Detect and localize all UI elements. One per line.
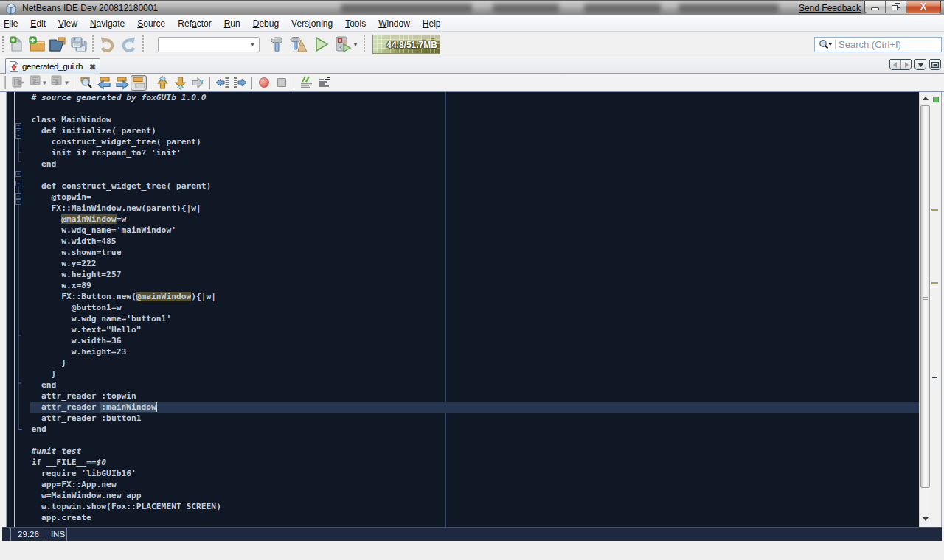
close-icon: X [920, 1, 926, 12]
save-all-button[interactable] [68, 33, 88, 55]
tab-generated-gui-rb[interactable]: generated_gui.rb ✖ [5, 58, 100, 74]
forward-button[interactable]: ▼ [49, 74, 71, 91]
insert-mode-status[interactable]: INS [49, 528, 67, 541]
menu-edit[interactable]: Edit [24, 15, 52, 31]
titlebar-smudge [584, 4, 661, 13]
run-button[interactable] [311, 33, 332, 55]
menu-navigate[interactable]: Navigate [83, 15, 131, 31]
menu-file[interactable]: File [0, 15, 24, 31]
error-stripe-occurrence-mark[interactable] [931, 209, 938, 211]
find-previous-icon [97, 76, 111, 90]
code-line: w.y=222 [30, 258, 919, 269]
tab-list-dropdown-button[interactable] [914, 59, 926, 70]
menu-run[interactable]: Run [218, 15, 246, 31]
error-stripe[interactable] [931, 92, 941, 527]
fold-gutter[interactable] [7, 92, 31, 527]
restore-button[interactable] [886, 1, 906, 13]
scroll-right-icon [903, 62, 909, 68]
scroll-tabs-right-button[interactable] [900, 60, 911, 69]
back-button[interactable]: ▼ [27, 74, 49, 91]
build-button[interactable] [267, 33, 288, 55]
memory-monitor[interactable]: 44.8/51.7MB [372, 35, 440, 54]
find-previous-button[interactable] [95, 74, 113, 91]
clean-build-button[interactable] [288, 33, 308, 55]
vertical-scrollbar[interactable] [919, 92, 931, 527]
open-project-button[interactable] [47, 33, 68, 55]
open-project-icon [49, 35, 67, 53]
status-bar-inner: 29:26 INS [2, 527, 942, 541]
previous-bookmark-button[interactable] [153, 74, 171, 91]
toolbar-drag-grip[interactable] [1, 36, 4, 52]
project-config-combobox[interactable]: ▼ [158, 37, 260, 52]
back-icon [28, 74, 41, 88]
ruby-file-icon [9, 61, 19, 72]
uncomment-button[interactable] [315, 74, 333, 91]
shift-line-left-button[interactable] [213, 74, 231, 91]
comment-button[interactable] [297, 74, 315, 91]
error-stripe-caret-mark[interactable] [932, 377, 937, 378]
scrollbar-grip-icon [923, 295, 928, 300]
dropdown-icon [917, 63, 924, 67]
code-line: @topwin= [30, 192, 919, 203]
shift-line-right-button[interactable] [231, 74, 249, 91]
scroll-tabs-left-button[interactable] [890, 60, 900, 69]
menu-versioning[interactable]: Versioning [285, 15, 339, 31]
code-line: # source generated by foxGUIb 1.0.0 [30, 92, 919, 103]
main-toolbar: ▼ 3 ▼ 44.8/51.7 [0, 32, 944, 57]
menu-refactor[interactable]: Refactor [172, 15, 218, 31]
shift-line-right-icon [233, 76, 247, 89]
menu-debug[interactable]: Debug [246, 15, 285, 31]
find-next-button[interactable] [113, 74, 131, 91]
toggle-highlight-search-icon [133, 77, 145, 89]
code-line: end [30, 424, 919, 435]
debug-dropdown-icon[interactable]: ▼ [353, 41, 358, 48]
new-file-button[interactable] [6, 33, 27, 55]
code-line: w.shown=true [30, 247, 919, 258]
window-frame-line [941, 92, 942, 527]
code-editor[interactable]: # source generated by foxGUIb 1.0.0class… [7, 92, 919, 527]
svg-text:3: 3 [339, 45, 341, 50]
debug-button[interactable]: 3 [334, 33, 352, 55]
quick-search-input[interactable]: Search (Ctrl+I) [814, 37, 942, 52]
redo-button[interactable] [118, 33, 139, 55]
code-lines[interactable]: # source generated by foxGUIb 1.0.0class… [30, 92, 919, 527]
toggle-highlight-search-button[interactable] [131, 75, 147, 91]
code-line [30, 169, 919, 181]
start-macro-recording-button[interactable] [255, 74, 273, 91]
new-project-button[interactable] [27, 33, 47, 55]
find-selection-button[interactable] [77, 74, 95, 91]
minimize-button[interactable] [865, 1, 886, 13]
last-edit-position-button[interactable] [9, 74, 27, 91]
menu-source[interactable]: Source [131, 15, 172, 31]
menu-bar: FileEditViewNavigateSourceRefactorRunDeb… [0, 15, 944, 32]
error-stripe-occurrence-mark[interactable] [931, 282, 938, 284]
send-feedback-link[interactable]: Send Feedback [799, 3, 861, 13]
undo-button[interactable] [97, 33, 118, 55]
menu-view[interactable]: View [52, 15, 84, 31]
next-bookmark-button[interactable] [171, 74, 189, 91]
code-line: w.topwin.show(Fox::PLACEMENT_SCREEN) [30, 501, 919, 512]
scroll-up-button[interactable] [920, 92, 931, 105]
magnifier-icon[interactable] [818, 39, 833, 50]
stop-macro-recording-button[interactable] [273, 74, 291, 91]
clean-build-icon [288, 35, 308, 53]
no-errors-indicator[interactable] [933, 97, 939, 102]
editor-toolbar-separator [74, 77, 74, 89]
toggle-bookmark-button[interactable] [189, 74, 206, 91]
titlebar-smudge [493, 4, 559, 13]
code-line: w.width=485 [30, 236, 919, 247]
scroll-down-button[interactable] [920, 513, 931, 525]
menu-tools[interactable]: Tools [339, 15, 372, 31]
editor-toolbar-grip[interactable] [4, 76, 6, 89]
title-bar[interactable]: NetBeans IDE Dev 200812180001 Send Feedb… [0, 0, 944, 15]
scrollbar-thumb[interactable] [920, 105, 930, 488]
maximize-editor-button[interactable] [929, 59, 941, 70]
find-next-icon [115, 76, 129, 90]
code-line: construct_widget_tree( parent) [30, 136, 919, 147]
combo-dropdown-icon[interactable]: ▼ [246, 38, 259, 52]
menu-window[interactable]: Window [372, 15, 417, 31]
close-button[interactable]: X [906, 1, 940, 13]
build-icon [268, 35, 286, 53]
menu-help[interactable]: Help [416, 15, 447, 31]
tab-close-icon[interactable]: ✖ [89, 63, 95, 71]
